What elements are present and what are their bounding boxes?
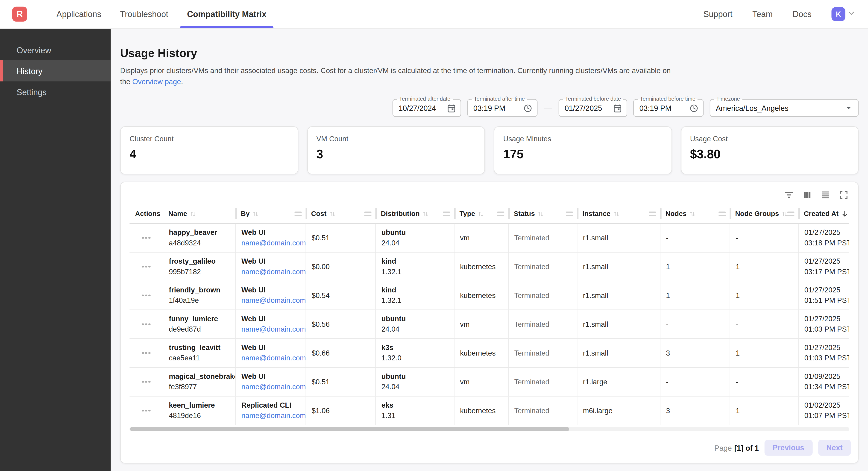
row-actions-menu-icon[interactable] — [140, 263, 153, 270]
column-resize-grip[interactable] — [364, 211, 371, 216]
column-resize-grip[interactable] — [787, 211, 794, 216]
cost-cell: $0.51 — [306, 368, 375, 396]
by-cell-secondary[interactable]: name@domain.com — [241, 354, 306, 363]
row-actions-menu-icon[interactable] — [140, 235, 153, 241]
sidebar-item-settings[interactable]: Settings — [0, 81, 111, 102]
by-cell-secondary[interactable]: name@domain.com — [241, 239, 306, 247]
status-cell-value: Terminated — [514, 233, 577, 242]
cost-cell: $0.51 — [306, 224, 375, 252]
stat-value: $3.80 — [690, 147, 849, 161]
by-cell-secondary[interactable]: name@domain.com — [241, 268, 306, 276]
instance-cell: r1.small — [577, 253, 660, 281]
created-time: 01:03 PM PST — [804, 354, 849, 363]
created-at-cell: 01/27/202501:51 PM PST — [798, 282, 849, 310]
node-groups-cell-value: 1 — [736, 291, 799, 300]
stat-cards: Cluster Count4VM Count3Usage Minutes175U… — [120, 126, 859, 174]
row-actions-menu-icon[interactable] — [140, 407, 153, 414]
fullscreen-icon[interactable] — [836, 188, 851, 202]
distribution-cell: ubuntu24.04 — [375, 310, 454, 338]
node-groups-cell-value: - — [736, 233, 799, 242]
columns-icon[interactable] — [800, 188, 814, 202]
row-actions-menu-icon[interactable] — [140, 321, 153, 327]
avatar[interactable]: K — [831, 7, 845, 21]
column-header-nodes[interactable]: Nodes — [660, 204, 730, 223]
filter-field-terminated-before-time[interactable]: Terminated before time03:19 PM — [633, 99, 704, 117]
description-text: Displays prior clusters/VMs and their as… — [120, 66, 671, 86]
filter-field-terminated-before-date[interactable]: Terminated before date01/27/2025 — [559, 99, 627, 117]
type-cell: vm — [454, 368, 508, 396]
instance-cell-value: m6i.large — [583, 406, 660, 415]
type-cell-value: vm — [460, 378, 508, 386]
column-header-node-groups[interactable]: Node Groups — [730, 204, 798, 223]
stat-card-vm-count: VM Count3 — [307, 126, 485, 174]
nav-tab-troubleshoot[interactable]: Troubleshoot — [111, 0, 178, 28]
instance-cell: r1.large — [577, 368, 660, 396]
column-header-distribution[interactable]: Distribution — [375, 204, 454, 223]
nav-tab-compatibility-matrix[interactable]: Compatibility Matrix — [178, 0, 276, 28]
nodes-cell-value: - — [666, 378, 730, 386]
sidebar-item-history[interactable]: History — [0, 60, 111, 81]
nav-link-team[interactable]: Team — [752, 9, 773, 19]
by-cell-secondary[interactable]: name@domain.com — [241, 296, 306, 305]
distribution-cell-secondary: 1.32.1 — [381, 268, 454, 276]
nodes-cell-value: 1 — [666, 291, 730, 300]
by-cell-secondary[interactable]: name@domain.com — [241, 325, 306, 334]
filter-field-value: 03:19 PM — [640, 104, 672, 112]
by-cell-secondary[interactable]: name@domain.com — [241, 412, 306, 420]
filter-field-timezone[interactable]: TimezoneAmerica/Los_Angeles — [710, 99, 859, 117]
calendar-icon — [613, 103, 622, 113]
clock-icon — [689, 103, 699, 113]
column-header-label: Created At — [804, 210, 838, 218]
next-button[interactable]: Next — [818, 440, 851, 456]
filter-field-terminated-after-date[interactable]: Terminated after date10/27/2024 — [393, 99, 461, 117]
column-header-label: Actions — [135, 210, 160, 218]
name-cell: keen_lumiere4819de16 — [163, 396, 236, 425]
actions-cell — [129, 310, 163, 338]
description-text-end: . — [181, 78, 183, 86]
table-row: happy_beavera48d9324Web UIname@domain.co… — [129, 224, 849, 253]
instance-cell: r1.small — [577, 339, 660, 367]
row-actions-menu-icon[interactable] — [140, 379, 153, 385]
nav-link-support[interactable]: Support — [703, 9, 732, 19]
by-cell-secondary[interactable]: name@domain.com — [241, 383, 306, 391]
column-header-name[interactable]: Name — [163, 204, 236, 223]
filter-field-label: Timezone — [714, 96, 742, 102]
scrollbar-thumb[interactable] — [130, 427, 569, 431]
row-actions-menu-icon[interactable] — [140, 350, 153, 356]
column-header-created-at[interactable]: Created At — [798, 204, 849, 223]
column-resize-grip[interactable] — [497, 211, 504, 216]
distribution-cell-primary: kind — [381, 257, 454, 266]
density-icon[interactable] — [818, 188, 833, 202]
row-actions-menu-icon[interactable] — [140, 292, 153, 298]
created-date: 01/27/2025 — [804, 286, 849, 294]
filter-icon[interactable] — [782, 188, 796, 202]
column-header-status[interactable]: Status — [508, 204, 577, 223]
top-nav-right: SupportTeamDocs K — [703, 0, 868, 28]
cost-cell-value: $0.00 — [312, 262, 375, 271]
column-resize-grip[interactable] — [566, 211, 573, 216]
user-menu[interactable]: K — [831, 7, 856, 21]
column-header-by[interactable]: By — [235, 204, 306, 223]
nav-link-docs[interactable]: Docs — [793, 9, 812, 19]
table-body: happy_beavera48d9324Web UIname@domain.co… — [129, 224, 849, 425]
column-header-instance[interactable]: Instance — [577, 204, 660, 223]
overview-page-link[interactable]: Overview page — [132, 78, 181, 86]
column-resize-grip[interactable] — [649, 211, 656, 216]
filter-field-terminated-after-time[interactable]: Terminated after time03:19 PM — [467, 99, 537, 117]
horizontal-scrollbar[interactable] — [129, 427, 849, 431]
nav-tab-applications[interactable]: Applications — [47, 0, 111, 28]
created-at-cell: 01/09/202501:34 PM PST — [798, 368, 849, 396]
nodes-cell: 3 — [660, 339, 730, 367]
sidebar-item-overview[interactable]: Overview — [0, 39, 111, 60]
by-cell: Web UIname@domain.com — [235, 310, 306, 338]
nav-tab-label: Applications — [56, 9, 101, 19]
column-header-type[interactable]: Type — [454, 204, 508, 223]
column-header-cost[interactable]: Cost — [306, 204, 375, 223]
column-resize-grip[interactable] — [443, 211, 450, 216]
column-resize-grip[interactable] — [718, 211, 726, 216]
instance-cell: r1.small — [577, 224, 660, 252]
replicated-logo[interactable]: R — [12, 7, 27, 22]
previous-button[interactable]: Previous — [764, 440, 812, 456]
column-resize-grip[interactable] — [294, 211, 302, 216]
filters-row: Terminated after date10/27/2024Terminate… — [120, 99, 859, 117]
